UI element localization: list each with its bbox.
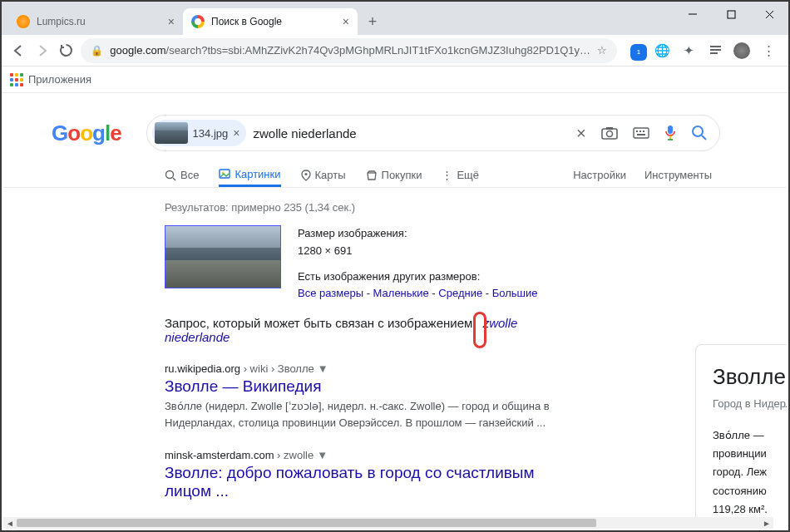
knowledge-subtitle: Город в Нидерландах (713, 395, 787, 413)
scroll-right-icon[interactable]: ► (760, 519, 773, 528)
extension-icon[interactable]: 🌐 (654, 42, 670, 59)
result-breadcrumb[interactable]: ru.wikipedia.org › wiki › Зволле▼ (165, 362, 569, 375)
knowledge-title: Зволле (713, 358, 787, 395)
extensions-menu-icon[interactable]: ✦ (680, 42, 697, 59)
svg-rect-15 (668, 126, 673, 134)
size-link-medium[interactable]: Средние (438, 287, 482, 299)
favicon-icon (17, 15, 30, 28)
knowledge-panel: Зволле Город в Нидерландах Зво́лле — про… (695, 344, 787, 517)
svg-rect-14 (637, 134, 645, 135)
back-button[interactable] (8, 39, 27, 62)
extensions-area: ◉1 🌐 ✦ ⋮ (622, 42, 782, 59)
scroll-left-icon[interactable]: ◄ (3, 519, 17, 528)
related-query-line: Запрос, который может быть связан с изоб… (165, 316, 569, 344)
horizontal-scrollbar[interactable]: ◄ ► (3, 517, 773, 529)
browser-toolbar: 🔒 google.com/search?tbs=sbi:AMhZZivK2h74… (2, 35, 788, 66)
dropdown-icon: ▼ (317, 449, 328, 461)
search-result: minsk-amsterdam.com › zwolle▼ Зволле: до… (165, 449, 569, 500)
result-title[interactable]: Зволле: добро пожаловать в город со счас… (165, 464, 569, 500)
window-minimize[interactable] (674, 2, 712, 27)
results-column: Результатов: примерно 235 (1,34 сек.) Ра… (3, 188, 569, 500)
apps-label[interactable]: Приложения (28, 73, 91, 86)
tab-strip: Lumpics.ru × Поиск в Google × + (2, 2, 788, 35)
image-size-value: 1280 × 691 (298, 243, 537, 260)
favicon-icon (191, 15, 205, 28)
window-maximize[interactable] (712, 2, 750, 27)
chrome-menu-icon[interactable]: ⋮ (760, 42, 777, 59)
search-icon[interactable] (691, 125, 708, 141)
result-title[interactable]: Зволле — Википедия (165, 377, 569, 396)
svg-rect-13 (643, 131, 644, 132)
browser-tab[interactable]: Lumpics.ru × (8, 8, 183, 35)
image-size-label: Размер изображения: (298, 225, 537, 243)
image-chip-close-icon[interactable]: × (233, 126, 239, 140)
link-settings[interactable]: Настройки (573, 169, 626, 181)
tab-more[interactable]: ⋮Ещё (442, 163, 479, 187)
search-tabs: Все Картинки Карты Покупки ⋮Ещё Настройк… (3, 151, 787, 188)
result-stats: Результатов: примерно 235 (1,34 сек.) (165, 201, 569, 214)
svg-point-18 (693, 126, 703, 136)
browser-tab[interactable]: Поиск в Google × (183, 8, 358, 35)
window-close[interactable] (750, 2, 788, 27)
svg-rect-11 (636, 131, 638, 132)
tab-all[interactable]: Все (165, 163, 199, 187)
size-link-all[interactable]: Все размеры (298, 287, 363, 299)
svg-line-19 (702, 135, 706, 140)
tab-title: Lumpics.ru (37, 16, 161, 27)
page-content: Google 134.jpg × × Все Картинки Карты По… (3, 95, 787, 517)
clear-icon[interactable]: × (576, 124, 586, 143)
apps-grid-icon[interactable] (10, 73, 23, 86)
address-bar[interactable]: 🔒 google.com/search?tbs=sbi:AMhZZivK2h74… (81, 38, 617, 63)
search-box[interactable]: 134.jpg × × (146, 115, 720, 151)
reload-button[interactable] (57, 39, 76, 62)
size-link-large[interactable]: Большие (492, 287, 538, 299)
result-breadcrumb[interactable]: minsk-amsterdam.com › zwolle▼ (165, 449, 569, 461)
tab-shopping[interactable]: Покупки (366, 163, 422, 187)
profile-avatar[interactable] (733, 42, 750, 59)
link-tools[interactable]: Инструменты (644, 169, 712, 181)
search-image-preview[interactable] (165, 225, 281, 288)
svg-point-8 (606, 131, 612, 137)
image-chip-filename: 134.jpg (193, 127, 229, 140)
bookmark-star-icon[interactable]: ☆ (597, 44, 607, 57)
svg-rect-5 (710, 49, 721, 51)
svg-rect-6 (710, 52, 718, 54)
image-meta: Размер изображения: 1280 × 691 Есть изоб… (298, 225, 537, 303)
svg-rect-4 (710, 46, 721, 47)
extension-icon[interactable]: ◉1 (627, 42, 644, 59)
other-sizes-label: Есть изображения других размеров: (298, 268, 537, 286)
tab-maps[interactable]: Карты (301, 163, 346, 187)
url-text: google.com/search?tbs=sbi:AMhZZivK2h74Qv… (110, 44, 590, 57)
bookmark-bar: Приложения (2, 66, 788, 93)
knowledge-body: Зво́лле — провинции город. Леж состоянию… (713, 426, 787, 517)
search-result: ru.wikipedia.org › wiki › Зволле▼ Зволле… (165, 362, 569, 431)
tab-close-icon[interactable]: × (343, 15, 349, 28)
new-tab-button[interactable]: + (361, 10, 384, 33)
forward-button[interactable] (32, 39, 52, 62)
svg-rect-9 (606, 127, 613, 130)
tab-images[interactable]: Картинки (219, 163, 280, 187)
google-logo[interactable]: Google (52, 121, 121, 146)
scrollbar-thumb[interactable] (17, 519, 596, 527)
camera-icon[interactable] (601, 126, 618, 140)
keyboard-icon[interactable] (633, 127, 649, 139)
dropdown-icon: ▼ (318, 362, 328, 375)
svg-point-24 (304, 173, 307, 175)
svg-rect-1 (728, 11, 735, 18)
svg-line-21 (173, 178, 175, 180)
svg-rect-10 (634, 128, 649, 138)
image-chip[interactable]: 134.jpg × (152, 120, 247, 146)
svg-point-20 (166, 170, 174, 178)
lock-icon: 🔒 (91, 45, 103, 57)
image-chip-thumbnail (155, 122, 188, 144)
voice-search-icon[interactable] (664, 125, 676, 141)
tab-close-icon[interactable]: × (168, 15, 175, 28)
reading-list-icon[interactable] (707, 42, 723, 59)
search-input[interactable] (253, 126, 569, 140)
tab-title: Поиск в Google (211, 16, 336, 27)
svg-rect-12 (639, 131, 641, 132)
result-snippet: Зво́лле (нидерл. Zwolle [ˈzʋɔlə], нидерл… (165, 398, 569, 431)
size-link-small[interactable]: Маленькие (373, 287, 429, 299)
